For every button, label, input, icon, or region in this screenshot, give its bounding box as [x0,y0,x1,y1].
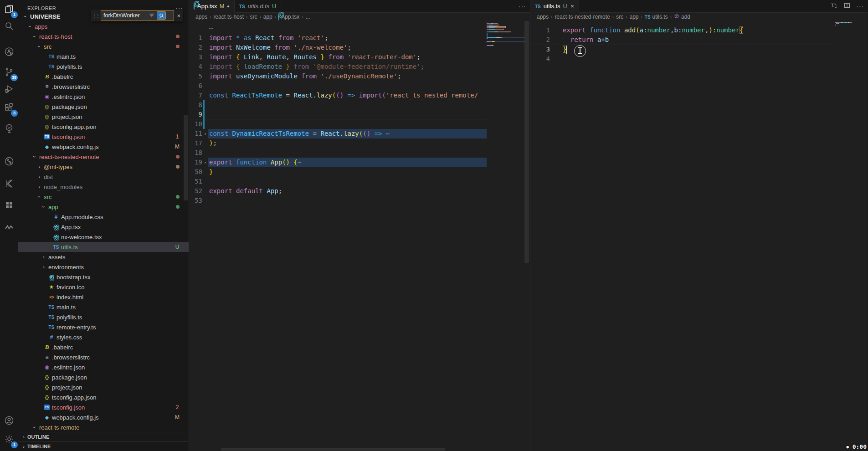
tree-item-react-ts-remote[interactable]: ›react-ts-remote [18,422,189,432]
editor-horizontal-scrollbar[interactable] [221,448,445,451]
tree-item-.browserslistrc[interactable]: ≡.browserslistrc [18,82,189,92]
breadcrumb-item[interactable]: react-ts-host [213,14,244,20]
tree-item-nx-welcome.tsx[interactable]: nx-welcome.tsx [18,232,189,242]
breadcrumb-item[interactable]: add [674,14,690,20]
drag-handle-icon[interactable]: ⋮⋮ [91,13,101,18]
tree-item-react-ts-nested-remote[interactable]: ›react-ts-nested-remote [18,152,189,162]
tree-item-.babelrc[interactable]: B.babelrc [18,72,189,82]
breadcrumb-item[interactable]: ... [306,14,310,20]
breadcrumb-item[interactable]: app [629,14,638,20]
fuzzy-search-icon[interactable] [157,11,166,20]
code-line-fold-hint[interactable]: ⋯ [189,24,487,33]
tree-item-project.json[interactable]: {}project.json [18,382,189,392]
tree-item-react-ts-host[interactable]: ›react-ts-host [18,31,189,41]
tree-item-package.json[interactable]: {}package.json [18,102,189,112]
tree-item-favicon.ico[interactable]: ★favicon.ico [18,282,189,292]
breadcrumb-item[interactable]: react-ts-nested-remote [555,14,610,20]
code-line-3[interactable]: 3} [530,45,835,54]
fold-chevron-icon[interactable]: › [202,158,208,167]
code-line-52[interactable]: 52export default App; [189,186,487,196]
activity-item-ext-circle-branch[interactable] [2,155,16,169]
tree-item-package.json[interactable]: {}package.json [18,372,189,382]
code-line-18[interactable]: 18 [189,148,487,158]
activity-item-ext-k-logo[interactable] [2,177,16,192]
tree-item-webpack.config.js[interactable]: ◆webpack.config.jsM [18,142,189,152]
fold-chevron-icon[interactable]: › [202,129,208,138]
explorer-scrollbar[interactable] [184,115,188,200]
minimap-right[interactable] [835,22,867,27]
code-line-3[interactable]: 3import { Link, Route, Routes } from 're… [189,52,487,62]
tree-item-src[interactable]: ›src [18,192,189,202]
tree-item-polyfills.ts[interactable]: TSpolyfills.ts [18,312,189,322]
breadcrumb-item[interactable]: apps [537,14,549,20]
tree-item-main.ts[interactable]: TSmain.ts [18,51,189,62]
tree-item-app.tsx[interactable]: App.tsx [18,222,189,232]
tab-utils.d.ts[interactable]: TSutils.d.tsU [235,0,281,12]
tree-item-app[interactable]: ›app [18,202,189,212]
filter-icon[interactable] [147,11,156,20]
code-editor-left[interactable]: ⋯1import * as React from 'react';2import… [189,21,530,451]
code-editor-right[interactable]: 1export function add(a:number,b:number,)… [530,21,868,451]
compare-changes-icon[interactable] [831,2,838,11]
tab-app.tsx[interactable]: App.tsxM● [189,0,235,12]
tree-item-bootstrap.tsx[interactable]: bootstrap.tsx [18,272,189,282]
code-line-2[interactable]: 2import NxWelcome from './nx-welcome'; [189,43,487,52]
tree-item-src[interactable]: ›src [18,41,189,51]
panel-timeline[interactable]: ›TIMELINE [18,441,189,451]
code-line-4[interactable]: 4import { loadRemote } from '@module-fed… [189,62,487,72]
tree-item-dist[interactable]: ›dist [18,172,189,182]
more-actions-icon[interactable]: ··· [519,3,526,10]
breadcrumb-item[interactable]: app [263,14,272,20]
code-line-51[interactable]: 51 [189,177,487,186]
activity-item-settings[interactable]: 1 [2,433,16,447]
close-tab-icon[interactable]: × [570,3,574,10]
breadcrumb-item[interactable]: src [616,14,623,20]
activity-item-explorer[interactable]: 1 [2,3,16,17]
breadcrumb-item[interactable]: App.tsx [278,14,299,20]
tree-item-.eslintrc.json[interactable]: ◉.eslintrc.json [18,362,189,372]
editor-vertical-scrollbar[interactable] [524,21,529,263]
tree-item-environments[interactable]: ›environments [18,262,189,272]
tree-item-tsconfig.app.json[interactable]: {}tsconfig.app.json [18,122,189,132]
activity-item-remote[interactable] [2,46,16,60]
code-line-5[interactable]: 5import useDynamicModule from './useDyna… [189,72,487,81]
panel-outline[interactable]: ›OUTLINE [18,432,189,441]
more-actions-icon[interactable]: ··· [856,3,864,10]
code-line-53[interactable]: 53 [189,196,487,205]
tree-item-webpack.config.js[interactable]: ◆webpack.config.jsM [18,412,189,422]
breadcrumb-item[interactable]: src [250,14,257,20]
tree-item-assets[interactable]: ›assets [18,252,189,262]
tree-find-input[interactable] [103,12,147,19]
dirty-dot-icon[interactable]: ● [227,4,229,9]
code-line-8[interactable]: 8 [189,100,487,110]
code-line-6[interactable]: 6 [189,81,487,91]
tree-item-index.html[interactable]: <>index.html [18,292,189,302]
tree-item-apps[interactable]: ›apps [18,21,189,31]
tree-item-tsconfig.app.json[interactable]: {}tsconfig.app.json [18,392,189,402]
code-line-7[interactable]: 7const ReactTsRemote = React.lazy(() => … [189,91,487,100]
code-line-11[interactable]: 11›const DynamicReactTsRemote = React.la… [189,129,487,138]
tree-item-app.module.css[interactable]: #App.module.css [18,212,189,222]
tree-item-styles.css[interactable]: #styles.css [18,332,189,342]
tree-item-polyfills.ts[interactable]: TSpolyfills.ts [18,62,189,72]
code-line-1[interactable]: 1import * as React from 'react'; [189,33,487,43]
tree-item-.eslintrc.json[interactable]: ◉.eslintrc.json [18,92,189,102]
code-line-2[interactable]: 2 return a+b [530,35,835,45]
activity-item-ext-grid[interactable] [2,199,16,213]
tree-item-node-modules[interactable]: ›node_modules [18,182,189,192]
breadcrumb-item[interactable]: TSutils.ts [645,14,668,20]
tree-item-main.ts[interactable]: TSmain.ts [18,302,189,312]
code-line-50[interactable]: 50} [189,167,487,177]
tree-item-remote-entry.ts[interactable]: TSremote-entry.ts [18,322,189,332]
breadcrumb-item[interactable]: apps [195,14,207,20]
activity-item-account[interactable] [2,414,16,429]
code-line-9[interactable]: 9 [189,110,487,119]
tree-item-@mf-types[interactable]: ›@mf-types [18,162,189,172]
tree-item-tsconfig.json[interactable]: TStsconfig.json1 [18,132,189,142]
activity-item-testing[interactable] [2,122,16,137]
tree-item-.babelrc[interactable]: B.babelrc [18,342,189,352]
tree-item-utils.ts[interactable]: TSutils.tsU [18,242,189,252]
code-line-17[interactable]: 17); [189,138,487,148]
tab-utils.ts[interactable]: TSutils.tsU× [530,0,579,12]
tree-item-.browserslistrc[interactable]: ≡.browserslistrc [18,352,189,362]
